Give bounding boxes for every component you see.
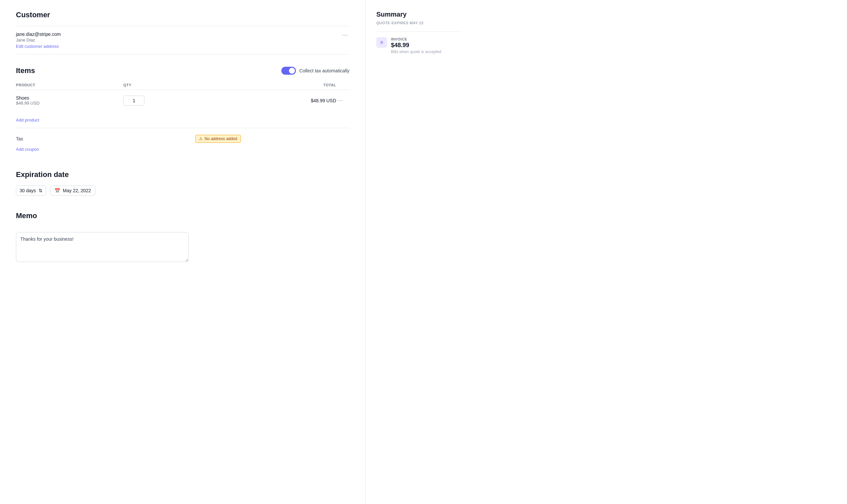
tax-coupon-area: Tax ⚠ No address added Add coupon bbox=[16, 128, 349, 152]
memo-section-title: Memo bbox=[16, 212, 349, 220]
row-more-button[interactable]: ··· bbox=[336, 97, 344, 104]
row-actions-cell: ··· bbox=[336, 90, 349, 111]
items-table: PRODUCT QTY TOTAL Shoes $48.99 USD bbox=[16, 80, 349, 128]
total-cell: $48.99 USD bbox=[220, 90, 336, 111]
invoice-icon: ≡ bbox=[376, 37, 387, 48]
invoice-symbol: ≡ bbox=[380, 39, 383, 46]
add-coupon-link[interactable]: Add coupon bbox=[16, 147, 39, 152]
customer-more-button[interactable]: ··· bbox=[341, 32, 349, 38]
memo-textarea[interactable]: Thanks for your business! bbox=[16, 232, 189, 262]
col-total: TOTAL bbox=[220, 80, 336, 90]
calendar-icon: 📅 bbox=[54, 188, 60, 193]
date-display[interactable]: 📅 May 22, 2022 bbox=[50, 185, 95, 196]
tax-row: Tax ⚠ No address added bbox=[16, 133, 349, 144]
add-product-row: Add product bbox=[16, 111, 349, 128]
customer-section-title: Customer bbox=[16, 11, 349, 19]
add-coupon-row: Add coupon bbox=[16, 144, 349, 152]
date-value: May 22, 2022 bbox=[63, 188, 91, 193]
summary-title: Summary bbox=[376, 11, 461, 18]
items-header: Items Collect tax automatically bbox=[16, 67, 349, 75]
expiration-section-title: Expiration date bbox=[16, 170, 349, 179]
col-qty: QTY bbox=[123, 80, 220, 90]
invoice-card: ≡ INVOICE $48.99 Bills when quote is acc… bbox=[376, 32, 461, 59]
product-cell: Shoes $48.99 USD bbox=[16, 90, 123, 111]
invoice-desc: Bills when quote is accepted bbox=[391, 50, 441, 54]
tax-label: Tax bbox=[16, 136, 195, 141]
total-amount: $48.99 USD bbox=[311, 98, 336, 103]
customer-name: Jane Diaz bbox=[16, 37, 61, 42]
no-address-badge: ⚠ No address added bbox=[195, 135, 241, 143]
chevron-updown-icon: ⇅ bbox=[38, 188, 42, 193]
invoice-label: INVOICE bbox=[391, 37, 441, 41]
items-section-title: Items bbox=[16, 67, 35, 75]
days-value: 30 days bbox=[20, 188, 36, 193]
customer-card: jane.diaz@stripe.com Jane Diaz Edit cust… bbox=[16, 26, 349, 54]
customer-email: jane.diaz@stripe.com bbox=[16, 32, 61, 37]
days-select[interactable]: 30 days ⇅ bbox=[16, 185, 46, 196]
sidebar: Summary QUOTE EXPIRES MAY 22 ≡ INVOICE $… bbox=[365, 0, 472, 504]
add-product-link[interactable]: Add product bbox=[16, 118, 39, 123]
qty-cell bbox=[123, 90, 220, 111]
collect-tax-label: Collect tax automatically bbox=[299, 68, 349, 73]
collect-tax-toggle-area: Collect tax automatically bbox=[281, 67, 349, 75]
product-name: Shoes bbox=[16, 95, 123, 101]
collect-tax-toggle[interactable] bbox=[281, 67, 296, 75]
warning-icon: ⚠ bbox=[199, 137, 202, 141]
customer-info: jane.diaz@stripe.com Jane Diaz Edit cust… bbox=[16, 32, 61, 49]
table-row: Shoes $48.99 USD $48.99 USD ··· bbox=[16, 90, 349, 111]
invoice-details: INVOICE $48.99 Bills when quote is accep… bbox=[391, 37, 441, 54]
qty-input[interactable] bbox=[123, 96, 144, 106]
memo-section: Memo Thanks for your business! bbox=[16, 212, 349, 263]
col-product: PRODUCT bbox=[16, 80, 123, 90]
expiration-controls: 30 days ⇅ 📅 May 22, 2022 bbox=[16, 185, 349, 196]
quote-expires-label: QUOTE EXPIRES MAY 22 bbox=[376, 21, 461, 25]
invoice-amount: $48.99 bbox=[391, 42, 441, 49]
edit-customer-address-link[interactable]: Edit customer address bbox=[16, 44, 61, 49]
product-price: $48.99 USD bbox=[16, 101, 123, 106]
expiration-section: Expiration date 30 days ⇅ 📅 May 22, 2022 bbox=[16, 170, 349, 196]
